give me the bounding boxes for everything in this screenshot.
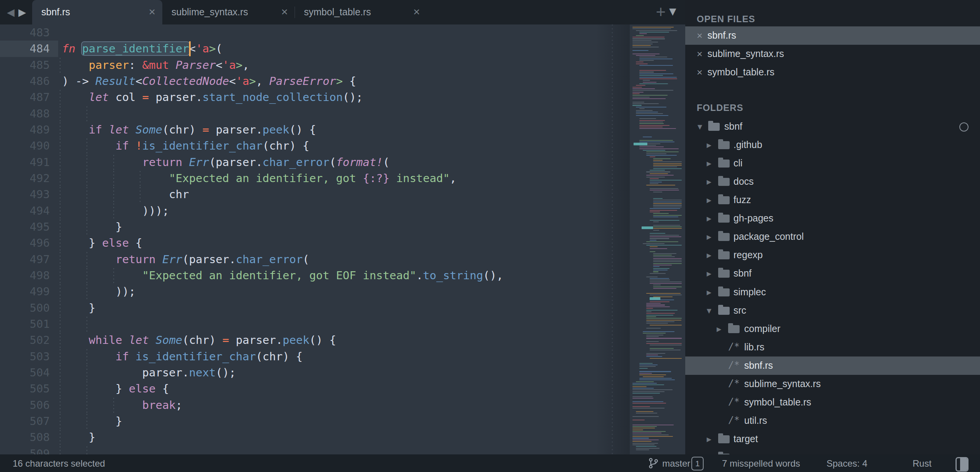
- tab-close-icon[interactable]: ×: [149, 5, 155, 18]
- line-number[interactable]: 509: [0, 446, 50, 454]
- code-line-486[interactable]: 486) -> Result<CollectedNode<'a>, ParseE…: [0, 73, 685, 90]
- chevron-collapsed-icon[interactable]: ▶: [707, 142, 711, 149]
- line-number[interactable]: 507: [0, 413, 50, 429]
- tree-folder-simplec[interactable]: ▶simplec: [685, 283, 980, 301]
- tab-symbol_table-rs[interactable]: symbol_table.rs×: [295, 0, 427, 24]
- panel-toggle-icon[interactable]: [956, 457, 969, 472]
- line-number[interactable]: 495: [0, 219, 50, 235]
- code-line-504[interactable]: 504 parser.next();: [0, 365, 685, 381]
- tab-close-icon[interactable]: ×: [413, 5, 420, 18]
- chevron-expanded-icon[interactable]: ▼: [707, 307, 711, 314]
- line-number[interactable]: 502: [0, 332, 50, 348]
- code-line-492[interactable]: 492 "Expected an identifier, got {:?} in…: [0, 170, 685, 187]
- tree-folder-compiler[interactable]: ▶compiler: [685, 320, 980, 338]
- line-number[interactable]: 498: [0, 267, 50, 283]
- tab-close-icon[interactable]: ×: [281, 5, 288, 18]
- chevron-collapsed-icon[interactable]: ▶: [707, 289, 711, 296]
- tab-scroll-left-icon[interactable]: ◀: [7, 5, 15, 19]
- chevron-collapsed-icon[interactable]: ▶: [707, 197, 711, 204]
- chevron-collapsed-icon[interactable]: ▶: [707, 252, 711, 259]
- open-file-sbnf-rs[interactable]: ×sbnf.rs: [685, 26, 980, 45]
- code-line-483[interactable]: 483: [0, 24, 685, 41]
- code-line-507[interactable]: 507 }: [0, 413, 685, 430]
- line-number[interactable]: 494: [0, 203, 50, 219]
- git-branch-label[interactable]: master: [662, 458, 690, 469]
- chevron-collapsed-icon[interactable]: ▶: [707, 215, 711, 222]
- chevron-collapsed-icon[interactable]: ▶: [707, 270, 711, 277]
- chevron-collapsed-icon[interactable]: ▶: [707, 436, 711, 443]
- line-number[interactable]: 488: [0, 106, 50, 122]
- open-file-sublime_syntax-rs[interactable]: ×sublime_syntax.rs: [685, 45, 980, 63]
- syntax-status[interactable]: Rust: [913, 458, 931, 469]
- tab-overflow-icon[interactable]: ▼: [669, 6, 676, 17]
- line-number[interactable]: 490: [0, 138, 50, 154]
- code-line-498[interactable]: 498 "Expected an identifier, got EOF ins…: [0, 267, 685, 284]
- indentation-status[interactable]: Spaces: 4: [826, 458, 867, 469]
- line-number[interactable]: 508: [0, 429, 50, 445]
- chevron-collapsed-icon[interactable]: ▶: [717, 326, 721, 333]
- tree-file-util-rs[interactable]: /*util.rs: [685, 412, 980, 430]
- close-file-icon[interactable]: ×: [697, 67, 702, 77]
- code-line-505[interactable]: 505 } else {: [0, 381, 685, 397]
- line-number[interactable]: 503: [0, 348, 50, 365]
- code-line-489[interactable]: 489 if let Some(chr) = parser.peek() {: [0, 122, 685, 138]
- code-line-487[interactable]: 487 let col = parser.start_node_collecti…: [0, 89, 685, 106]
- line-number[interactable]: 486: [0, 73, 50, 89]
- chevron-collapsed-icon[interactable]: ▶: [707, 233, 711, 241]
- code-line-496[interactable]: 496 } else {: [0, 235, 685, 251]
- code-line-499[interactable]: 499 ));: [0, 283, 685, 300]
- line-number[interactable]: 483: [0, 24, 50, 41]
- code-line-500[interactable]: 500 }: [0, 300, 685, 316]
- tree-folder-cli[interactable]: ▶cli: [685, 154, 980, 173]
- tree-folder-src[interactable]: ▼src: [685, 301, 980, 320]
- line-number[interactable]: 500: [0, 300, 50, 316]
- line-number[interactable]: 491: [0, 154, 50, 170]
- line-number[interactable]: 484: [0, 41, 50, 57]
- line-number[interactable]: 489: [0, 122, 50, 138]
- line-number[interactable]: 505: [0, 381, 50, 397]
- code-line-501[interactable]: 501: [0, 316, 685, 332]
- close-file-icon[interactable]: ×: [697, 49, 702, 59]
- tree-file-symbol_table-rs[interactable]: /*symbol_table.rs: [685, 393, 980, 412]
- close-file-icon[interactable]: ×: [697, 31, 702, 41]
- line-number[interactable]: 504: [0, 365, 50, 381]
- tab-sbnf-rs[interactable]: sbnf.rs×: [32, 0, 162, 24]
- tree-folder-regexp[interactable]: ▶regexp: [685, 246, 980, 264]
- code-line-490[interactable]: 490 if !is_identifier_char(chr) {: [0, 138, 685, 154]
- tab-sublime_syntax-rs[interactable]: sublime_syntax.rs×: [162, 0, 295, 24]
- tree-file-sbnf-rs[interactable]: /*sbnf.rs: [685, 356, 980, 375]
- code-line-508[interactable]: 508 }: [0, 429, 685, 446]
- git-change-count-badge[interactable]: 1: [691, 457, 704, 470]
- tree-folder-target[interactable]: ▶target: [685, 430, 980, 448]
- tree-folder-package_control[interactable]: ▶package_control: [685, 228, 980, 246]
- code-line-502[interactable]: 502 while let Some(chr) = parser.peek() …: [0, 332, 685, 348]
- line-number[interactable]: 485: [0, 57, 50, 73]
- new-tab-button[interactable]: +: [653, 1, 668, 24]
- code-line-497[interactable]: 497 return Err(parser.char_error(: [0, 251, 685, 268]
- code-line-488[interactable]: 488: [0, 106, 685, 122]
- tree-folder-sbnf[interactable]: ▼sbnf: [685, 117, 980, 136]
- tree-folder--github[interactable]: ▶.github: [685, 136, 980, 154]
- line-number[interactable]: 493: [0, 186, 50, 202]
- line-number[interactable]: 487: [0, 89, 50, 105]
- line-number[interactable]: 496: [0, 235, 50, 251]
- tree-folder-sbnf[interactable]: ▶sbnf: [685, 264, 980, 283]
- code-line-493[interactable]: 493 chr: [0, 186, 685, 203]
- tree-folder-docs[interactable]: ▶docs: [685, 173, 980, 191]
- line-number[interactable]: 492: [0, 170, 50, 186]
- code-line-494[interactable]: 494 )));: [0, 203, 685, 219]
- code-line-509[interactable]: 509: [0, 446, 685, 454]
- code-line-506[interactable]: 506 break;: [0, 397, 685, 413]
- code-line-485[interactable]: 485 parser: &mut Parser<'a>,: [0, 57, 685, 73]
- code-editor[interactable]: 483484fn parse_identifier<'a>(485 parser…: [0, 24, 685, 454]
- tree-folder-fuzz[interactable]: ▶fuzz: [685, 191, 980, 209]
- line-number[interactable]: 497: [0, 251, 50, 267]
- tree-folder-partial[interactable]: ▶: [685, 448, 980, 454]
- tab-scroll-right-icon[interactable]: ▶: [18, 5, 26, 19]
- code-line-484[interactable]: 484fn parse_identifier<'a>(: [0, 41, 685, 57]
- line-number[interactable]: 506: [0, 397, 50, 413]
- line-number[interactable]: 499: [0, 283, 50, 299]
- tree-folder-gh-pages[interactable]: ▶gh-pages: [685, 209, 980, 228]
- tree-file-lib-rs[interactable]: /*lib.rs: [685, 338, 980, 356]
- open-file-symbol_table-rs[interactable]: ×symbol_table.rs: [685, 63, 980, 81]
